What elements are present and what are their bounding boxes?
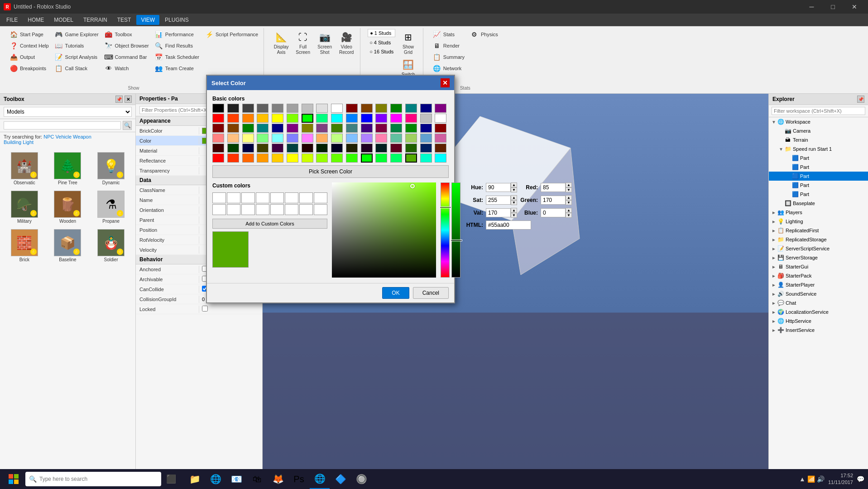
basic-color-63[interactable]: [435, 134, 446, 143]
tree-part4[interactable]: 🟦 Part: [769, 181, 868, 190]
basic-color-17[interactable]: [227, 114, 239, 123]
basic-color-55[interactable]: [316, 134, 328, 143]
basic-color-56[interactable]: [331, 134, 343, 143]
sat-down[interactable]: ▼: [511, 200, 517, 205]
basic-color-45[interactable]: [405, 124, 417, 133]
taskbar-edge[interactable]: 🌐: [206, 469, 225, 489]
taskbar-network[interactable]: 📶: [807, 475, 815, 483]
toolbox-item-soldier[interactable]: 🪆 ⭐ Soldier: [90, 227, 132, 264]
custom-cell-10[interactable]: [227, 204, 240, 215]
toolbox-item-military[interactable]: 🪖 ⭐ Military: [4, 189, 45, 225]
green-input[interactable]: [541, 196, 566, 205]
ribbon-btn-videorecord[interactable]: 🎥 VideoRecord: [336, 29, 356, 56]
tree-insertservice[interactable]: ► ➕ InsertService: [769, 326, 868, 335]
basic-color-64[interactable]: [212, 144, 224, 153]
explorer-filter-input[interactable]: [772, 107, 865, 115]
basic-color-33[interactable]: [227, 124, 239, 133]
basic-color-36[interactable]: [272, 124, 283, 133]
blue-down[interactable]: ▼: [566, 213, 572, 218]
menu-plugins[interactable]: PLUGINS: [160, 15, 193, 25]
link-light[interactable]: Light: [23, 139, 34, 145]
basic-color-15[interactable]: [435, 104, 446, 113]
custom-cell-5[interactable]: [270, 192, 284, 203]
basic-color-20[interactable]: [272, 114, 283, 123]
tree-soundservice[interactable]: ► 🔊 SoundService: [769, 289, 868, 298]
basic-color-62[interactable]: [420, 134, 432, 143]
green-up[interactable]: ▲: [566, 195, 572, 200]
hue-up[interactable]: ▲: [511, 182, 517, 187]
basic-color-8[interactable]: [331, 104, 343, 113]
basic-color-47[interactable]: [435, 124, 446, 133]
basic-color-18[interactable]: [242, 114, 254, 123]
basic-color-42[interactable]: [361, 124, 373, 133]
custom-cell-16[interactable]: [314, 204, 327, 215]
basic-color-91[interactable]: [375, 153, 387, 163]
ribbon-btn-taskscheduler[interactable]: 📅Task Scheduler: [153, 52, 201, 62]
basic-color-66[interactable]: [242, 144, 254, 153]
basic-color-40[interactable]: [331, 124, 343, 133]
basic-color-37[interactable]: [287, 124, 298, 133]
pick-screen-button[interactable]: Pick Screen Color: [212, 165, 449, 178]
red-input[interactable]: [541, 183, 566, 192]
basic-color-65[interactable]: [227, 144, 239, 153]
basic-color-49[interactable]: [227, 134, 239, 143]
custom-cell-13[interactable]: [270, 204, 284, 215]
basic-color-14[interactable]: [420, 104, 432, 113]
studs-4[interactable]: ○ 4 Studs: [368, 39, 395, 46]
basic-color-70[interactable]: [302, 144, 313, 153]
basic-color-25[interactable]: [346, 114, 358, 123]
tree-camera[interactable]: 📷 Camera: [769, 126, 868, 135]
toolbox-item-dynamic[interactable]: 💡 ⭐ Dynamic: [90, 150, 132, 187]
toolbox-pin-button[interactable]: 📌: [115, 96, 123, 103]
basic-color-41[interactable]: [346, 124, 358, 133]
basic-color-72[interactable]: [331, 144, 343, 153]
startergui-expand[interactable]: ►: [771, 264, 777, 270]
ribbon-btn-performance[interactable]: 📊Performance: [153, 29, 201, 40]
basic-color-67[interactable]: [257, 144, 269, 153]
hue-down[interactable]: ▼: [511, 187, 517, 192]
tree-localization[interactable]: ► 🌍 LocalizationService: [769, 307, 868, 316]
prop-locked[interactable]: Locked: [136, 304, 262, 314]
custom-cell-11[interactable]: [241, 204, 255, 215]
basic-color-22[interactable]: [302, 114, 313, 123]
basic-color-94[interactable]: [420, 153, 432, 163]
alpha-strip[interactable]: [451, 182, 460, 278]
taskbar-app3[interactable]: 🔘: [351, 469, 371, 489]
ribbon-btn-scriptperf[interactable]: ⚡Script Performance: [203, 29, 260, 40]
blue-input[interactable]: [541, 208, 566, 217]
players-expand[interactable]: ►: [771, 209, 777, 216]
basic-color-81[interactable]: [227, 153, 239, 163]
basic-color-71[interactable]: [316, 144, 328, 153]
basic-color-85[interactable]: [287, 153, 298, 163]
basic-color-54[interactable]: [302, 134, 313, 143]
val-input[interactable]: [486, 208, 511, 217]
basic-color-0[interactable]: [212, 104, 224, 113]
cancel-button[interactable]: Cancel: [413, 287, 449, 299]
basic-color-87[interactable]: [316, 153, 328, 163]
basic-color-28[interactable]: [390, 114, 402, 123]
basic-color-16[interactable]: [212, 114, 224, 123]
starterpack-expand[interactable]: ►: [771, 273, 777, 279]
basic-color-23[interactable]: [316, 114, 328, 123]
starterplayer-expand[interactable]: ►: [771, 282, 777, 288]
custom-cell-7[interactable]: [299, 192, 313, 203]
link-building[interactable]: Building: [4, 139, 21, 145]
taskbar-notification[interactable]: 💬: [857, 475, 864, 483]
tree-part2[interactable]: 🟦 Part: [769, 163, 868, 172]
custom-cell-12[interactable]: [256, 204, 269, 215]
green-down[interactable]: ▼: [566, 200, 572, 205]
basic-color-89[interactable]: [346, 153, 358, 163]
ribbon-btn-callstack[interactable]: 📋Call Stack: [53, 63, 101, 74]
ribbon-btn-screenshot[interactable]: 📷 ScreenShot: [315, 29, 335, 56]
basic-color-79[interactable]: [435, 144, 446, 153]
basic-color-21[interactable]: [287, 114, 298, 123]
basic-color-75[interactable]: [375, 144, 387, 153]
taskbar-start-button[interactable]: [4, 469, 24, 489]
red-up[interactable]: ▲: [566, 182, 572, 187]
basic-color-68[interactable]: [272, 144, 283, 153]
toolbox-search-button[interactable]: 🔍: [123, 121, 132, 130]
ribbon-btn-displayaxis[interactable]: 📐 DisplayAxis: [271, 29, 291, 56]
basic-color-5[interactable]: [287, 104, 298, 113]
sat-up[interactable]: ▲: [511, 195, 517, 200]
basic-color-74[interactable]: [361, 144, 373, 153]
